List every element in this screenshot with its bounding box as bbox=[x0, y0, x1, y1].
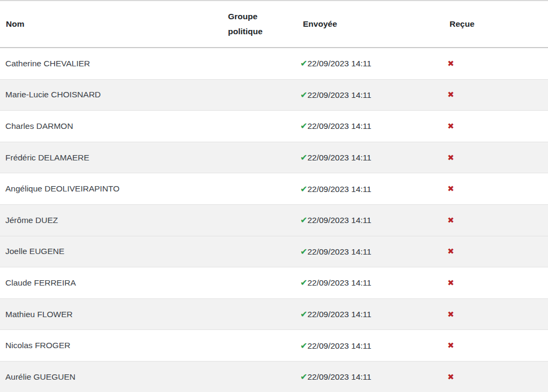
political-group-cell bbox=[222, 142, 297, 173]
table-row: Charles DARMON ✔22/09/2023 14:11 ✖ bbox=[0, 111, 548, 142]
check-icon: ✔ bbox=[300, 247, 307, 256]
received-cell: ✖ bbox=[444, 79, 548, 111]
cross-icon: ✖ bbox=[447, 310, 454, 319]
member-name: Marie-Lucie CHOISNARD bbox=[5, 90, 101, 99]
member-name: Catherine CHEVALIER bbox=[5, 59, 90, 68]
political-group-cell bbox=[222, 204, 297, 236]
sent-cell: ✔22/09/2023 14:11 bbox=[297, 48, 444, 79]
member-name: Claude FERREIRA bbox=[5, 278, 76, 287]
received-cell: ✖ bbox=[444, 298, 548, 330]
delivery-status-table: Nom Groupe politique Envoyée Reçue Cathe… bbox=[0, 1, 548, 392]
table-row: Frédéric DELAMAERE ✔22/09/2023 14:11 ✖ bbox=[0, 142, 548, 173]
received-cell: ✖ bbox=[444, 142, 548, 173]
table-row: Claude FERREIRA ✔22/09/2023 14:11 ✖ bbox=[0, 267, 548, 299]
sent-cell: ✔22/09/2023 14:11 bbox=[297, 267, 444, 299]
member-name: Nicolas FROGER bbox=[5, 341, 70, 350]
received-cell: ✖ bbox=[444, 111, 548, 142]
received-cell: ✖ bbox=[444, 330, 548, 362]
member-name-cell: Angélique DEOLIVEIRAPINTO bbox=[0, 173, 222, 205]
sent-cell: ✔22/09/2023 14:11 bbox=[297, 142, 444, 173]
member-name: Joelle EUGENE bbox=[5, 247, 64, 256]
table-body: Catherine CHEVALIER ✔22/09/2023 14:11 ✖ … bbox=[0, 48, 548, 392]
member-name-cell: Mathieu FLOWER bbox=[0, 298, 222, 330]
member-name-cell: Joelle EUGENE bbox=[0, 236, 222, 267]
check-icon: ✔ bbox=[300, 310, 307, 319]
column-header-envoyee-label: Envoyée bbox=[303, 19, 337, 28]
sent-datetime: 22/09/2023 14:11 bbox=[307, 121, 371, 130]
sent-cell: ✔22/09/2023 14:11 bbox=[297, 79, 444, 111]
table-row: Catherine CHEVALIER ✔22/09/2023 14:11 ✖ bbox=[0, 48, 548, 79]
sent-datetime: 22/09/2023 14:11 bbox=[307, 153, 371, 162]
sent-cell: ✔22/09/2023 14:11 bbox=[297, 236, 444, 267]
received-cell: ✖ bbox=[444, 204, 548, 236]
table-row: Mathieu FLOWER ✔22/09/2023 14:11 ✖ bbox=[0, 298, 548, 330]
political-group-cell bbox=[222, 173, 297, 205]
column-header-nom-label: Nom bbox=[6, 19, 24, 28]
cross-icon: ✖ bbox=[447, 216, 454, 225]
sent-datetime: 22/09/2023 14:11 bbox=[307, 341, 371, 350]
column-header-nom: Nom bbox=[0, 1, 222, 48]
column-header-groupe-politique: Groupe politique bbox=[222, 1, 297, 48]
member-name: Aurélie GUEGUEN bbox=[5, 372, 75, 381]
political-group-cell bbox=[222, 236, 297, 267]
political-group-cell bbox=[222, 48, 297, 79]
political-group-cell bbox=[222, 298, 297, 330]
member-name-cell: Nicolas FROGER bbox=[0, 330, 222, 362]
sent-datetime: 22/09/2023 14:11 bbox=[307, 216, 371, 225]
column-header-groupe-politique-label: Groupe politique bbox=[228, 9, 272, 39]
check-icon: ✔ bbox=[300, 121, 307, 130]
cross-icon: ✖ bbox=[447, 341, 454, 350]
sent-datetime: 22/09/2023 14:11 bbox=[307, 278, 371, 287]
check-icon: ✔ bbox=[300, 278, 307, 287]
check-icon: ✔ bbox=[300, 153, 307, 162]
sent-datetime: 22/09/2023 14:11 bbox=[307, 185, 371, 194]
sent-cell: ✔22/09/2023 14:11 bbox=[297, 173, 444, 205]
table-row: Joelle EUGENE ✔22/09/2023 14:11 ✖ bbox=[0, 236, 548, 267]
political-group-cell bbox=[222, 79, 297, 111]
cross-icon: ✖ bbox=[447, 184, 454, 193]
sent-cell: ✔22/09/2023 14:11 bbox=[297, 111, 444, 142]
cross-icon: ✖ bbox=[447, 247, 454, 256]
check-icon: ✔ bbox=[300, 185, 307, 194]
political-group-cell bbox=[222, 111, 297, 142]
cross-icon: ✖ bbox=[447, 90, 454, 99]
political-group-cell bbox=[222, 361, 297, 392]
member-name-cell: Charles DARMON bbox=[0, 111, 222, 142]
table-row: Nicolas FROGER ✔22/09/2023 14:11 ✖ bbox=[0, 330, 548, 362]
check-icon: ✔ bbox=[300, 372, 307, 381]
check-icon: ✔ bbox=[300, 216, 307, 225]
sent-cell: ✔22/09/2023 14:11 bbox=[297, 361, 444, 392]
received-cell: ✖ bbox=[444, 48, 548, 79]
table-row: Marie-Lucie CHOISNARD ✔22/09/2023 14:11 … bbox=[0, 79, 548, 111]
member-name-cell: Claude FERREIRA bbox=[0, 267, 222, 299]
member-name-cell: Catherine CHEVALIER bbox=[0, 48, 222, 79]
check-icon: ✔ bbox=[300, 90, 307, 99]
sent-cell: ✔22/09/2023 14:11 bbox=[297, 204, 444, 236]
political-group-cell bbox=[222, 267, 297, 299]
sent-datetime: 22/09/2023 14:11 bbox=[307, 59, 371, 68]
table-row: Angélique DEOLIVEIRAPINTO ✔22/09/2023 14… bbox=[0, 173, 548, 205]
member-name: Mathieu FLOWER bbox=[5, 310, 73, 319]
sent-cell: ✔22/09/2023 14:11 bbox=[297, 330, 444, 362]
sent-datetime: 22/09/2023 14:11 bbox=[307, 310, 371, 319]
received-cell: ✖ bbox=[444, 173, 548, 205]
table-row: Jérôme DUEZ ✔22/09/2023 14:11 ✖ bbox=[0, 204, 548, 236]
column-header-envoyee: Envoyée bbox=[297, 1, 444, 48]
column-header-recue: Reçue bbox=[444, 1, 548, 48]
cross-icon: ✖ bbox=[447, 278, 454, 287]
member-name: Angélique DEOLIVEIRAPINTO bbox=[5, 184, 119, 193]
table-header-row: Nom Groupe politique Envoyée Reçue bbox=[0, 1, 548, 48]
member-name: Charles DARMON bbox=[5, 121, 73, 130]
check-icon: ✔ bbox=[300, 59, 307, 68]
member-name-cell: Aurélie GUEGUEN bbox=[0, 361, 222, 392]
cross-icon: ✖ bbox=[447, 121, 454, 130]
member-name-cell: Jérôme DUEZ bbox=[0, 204, 222, 236]
message-delivery-status-page: Nom Groupe politique Envoyée Reçue Cathe… bbox=[0, 0, 548, 392]
sent-datetime: 22/09/2023 14:11 bbox=[307, 372, 371, 381]
member-name-cell: Marie-Lucie CHOISNARD bbox=[0, 79, 222, 111]
sent-datetime: 22/09/2023 14:11 bbox=[307, 90, 371, 99]
political-group-cell bbox=[222, 330, 297, 362]
member-name: Jérôme DUEZ bbox=[5, 216, 58, 225]
member-name-cell: Frédéric DELAMAERE bbox=[0, 142, 222, 173]
cross-icon: ✖ bbox=[447, 153, 454, 162]
